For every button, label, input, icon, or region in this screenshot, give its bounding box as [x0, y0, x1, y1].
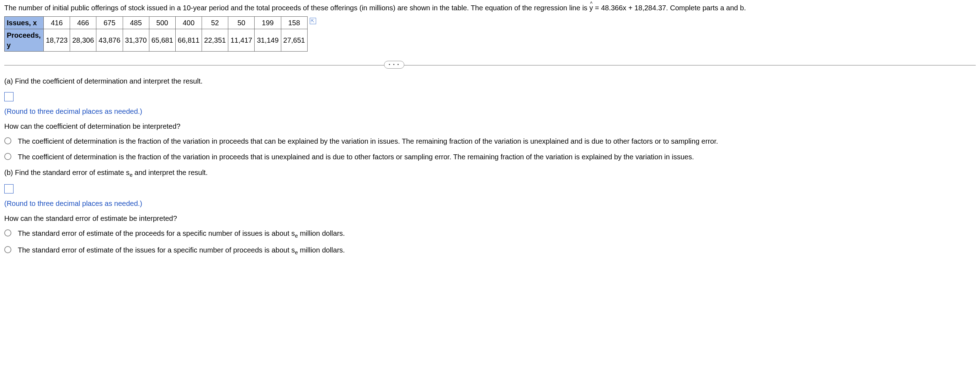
- table-cell: 466: [70, 17, 96, 29]
- table-cell: 50: [228, 17, 255, 29]
- table-cell: 43,876: [96, 29, 123, 52]
- table-cell: 11,417: [228, 29, 255, 52]
- table-cell: 66,811: [175, 29, 202, 52]
- hint-a: (Round to three decimal places as needed…: [4, 107, 976, 116]
- row-header-issues: Issues, x: [5, 17, 44, 29]
- row-header-proceeds: Proceeds, y: [5, 29, 44, 52]
- table-cell: 31,149: [255, 29, 281, 52]
- problem-statement: The number of initial public offerings o…: [4, 3, 976, 13]
- radio-b-opt2[interactable]: [4, 246, 11, 253]
- part-b-prompt: (b) Find the standard error of estimate …: [4, 167, 976, 178]
- radio-a-opt2[interactable]: [4, 153, 11, 160]
- table-cell: 158: [281, 17, 307, 29]
- table-cell: 18,723: [44, 29, 70, 52]
- expand-table-icon[interactable]: [310, 18, 316, 24]
- radio-b-opt1-label: The standard error of estimate of the pr…: [18, 228, 345, 239]
- separator: • • •: [4, 65, 976, 65]
- table-cell: 65,681: [149, 29, 175, 52]
- ellipsis-icon[interactable]: • • •: [384, 61, 404, 68]
- table-cell: 27,651: [281, 29, 307, 52]
- table-cell: 400: [175, 17, 202, 29]
- table-cell: 28,306: [70, 29, 96, 52]
- equation-rest: = 48.366x + 18,284.37. Complete parts a …: [593, 4, 746, 12]
- yhat-symbol: ^y: [589, 4, 593, 12]
- interpret-a-question: How can the coefficient of determination…: [4, 121, 976, 131]
- table-cell: 675: [96, 17, 123, 29]
- table-cell: 485: [123, 17, 149, 29]
- data-table: Issues, x 416 466 675 485 500 400 52 50 …: [4, 16, 308, 52]
- radio-b-opt2-label: The standard error of estimate of the is…: [18, 245, 345, 256]
- hint-b: (Round to three decimal places as needed…: [4, 199, 976, 208]
- table-cell: 199: [255, 17, 281, 29]
- part-a-prompt: (a) Find the coefficient of determinatio…: [4, 76, 976, 86]
- answer-b-input[interactable]: [4, 184, 14, 194]
- answer-a-input[interactable]: [4, 92, 14, 101]
- radio-a-opt1[interactable]: [4, 137, 11, 145]
- table-cell: 52: [202, 17, 228, 29]
- table-cell: 22,351: [202, 29, 228, 52]
- table-cell: 416: [44, 17, 70, 29]
- radio-a-opt1-label: The coefficient of determination is the …: [18, 136, 718, 146]
- intro-text: The number of initial public offerings o…: [4, 4, 589, 12]
- table-cell: 500: [149, 17, 175, 29]
- radio-a-opt2-label: The coefficient of determination is the …: [18, 152, 694, 162]
- radio-b-opt1[interactable]: [4, 229, 11, 237]
- table-cell: 31,370: [123, 29, 149, 52]
- interpret-b-question: How can the standard error of estimate b…: [4, 213, 976, 223]
